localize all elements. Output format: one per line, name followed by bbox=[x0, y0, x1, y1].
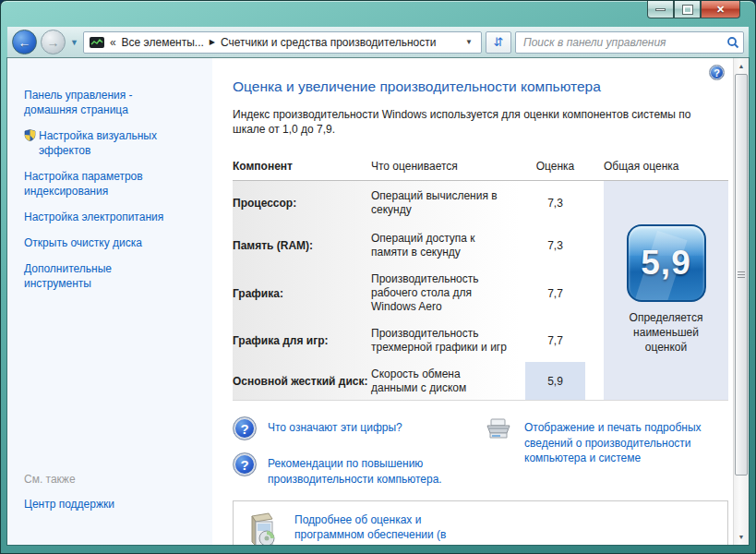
link-label[interactable]: Рекомендации по повышению производительн… bbox=[268, 452, 442, 486]
component-description: Операций доступа к памяти в секунду bbox=[371, 227, 525, 264]
sidebar-item-advanced-tools[interactable]: Дополнительные инструменты bbox=[24, 261, 203, 291]
scroll-up-button[interactable]: ▲ bbox=[734, 58, 749, 74]
thumb-grip-icon bbox=[738, 271, 745, 272]
component-name: Графика для игр: bbox=[233, 334, 371, 347]
main-content: ? Оценка и увеличение производительности… bbox=[212, 58, 733, 545]
search-box[interactable] bbox=[515, 31, 744, 54]
software-box-icon[interactable] bbox=[245, 511, 282, 545]
search-input[interactable] bbox=[523, 36, 726, 49]
maximize-icon bbox=[683, 6, 692, 14]
refresh-icon: ⇵ bbox=[494, 35, 504, 49]
component-score: 7,7 bbox=[525, 319, 585, 362]
table-header-row: Компонент Что оценивается Оценка Общая о… bbox=[233, 160, 728, 181]
breadcrumb-item-performance[interactable]: Счетчики и средства производительности bbox=[221, 36, 436, 49]
wei-score-table: Компонент Что оценивается Оценка Общая о… bbox=[233, 160, 728, 401]
column-header-what: Что оценивается bbox=[371, 160, 525, 173]
component-description: Скорость обмена данными с диском bbox=[371, 363, 525, 400]
question-icon[interactable]: ? bbox=[233, 452, 257, 476]
vertical-scrollbar[interactable]: ▲ ▼ bbox=[733, 58, 749, 545]
page-title: Оценка и увеличение производительности к… bbox=[233, 78, 724, 95]
online-info-box: Подробнее об оценках и программном обесп… bbox=[233, 500, 728, 545]
task-sidebar: Панель управления - домашняя страница На… bbox=[7, 58, 212, 545]
recent-pages-dropdown[interactable]: ▼ bbox=[69, 38, 79, 47]
component-name: Процессор: bbox=[233, 197, 371, 210]
sidebar-item-indexing-options[interactable]: Настройка параметров индексирования bbox=[24, 169, 203, 199]
forward-arrow-icon: → bbox=[47, 35, 60, 50]
link-performance-tips[interactable]: ? Рекомендации по повышению производител… bbox=[233, 452, 484, 486]
component-description: Операций вычисления в секунду bbox=[371, 185, 525, 222]
performance-page-icon bbox=[90, 37, 104, 48]
chevron-down-icon: ▼ bbox=[70, 38, 78, 47]
forward-button[interactable]: → bbox=[41, 30, 66, 54]
scrollbar-thumb[interactable] bbox=[735, 74, 748, 476]
thumb-grip-icon bbox=[738, 277, 745, 278]
sidebar-item-control-panel-home[interactable]: Панель управления - домашняя страница bbox=[24, 88, 203, 117]
component-score: 7,3 bbox=[525, 181, 585, 224]
base-score-value: 5,9 bbox=[641, 244, 690, 283]
address-bar[interactable]: « Все элементы... ▶ Счетчики и средства … bbox=[83, 31, 482, 54]
minimize-icon bbox=[655, 8, 666, 11]
breadcrumb-item-all-items[interactable]: Все элементы... bbox=[122, 36, 204, 49]
control-panel-window: ✕ ← → ▼ « Все элементы... ▶ Счетчики и с… bbox=[0, 0, 756, 554]
help-links-section: ? Что означают эти цифры? ? Рекомендации… bbox=[233, 416, 728, 486]
back-arrow-icon: ← bbox=[18, 35, 31, 50]
link-print-details[interactable]: Отображение и печать подробных сведений … bbox=[484, 416, 728, 465]
sidebar-spacer bbox=[24, 302, 203, 473]
link-label[interactable]: Отображение и печать подробных сведений … bbox=[524, 416, 702, 465]
component-description: Производительность трехмерной графики и … bbox=[371, 322, 525, 359]
sidebar-item-label: Настройка визуальных эффектов bbox=[39, 129, 157, 157]
sidebar-item-visual-effects[interactable]: Настройка визуальных эффектов bbox=[39, 128, 203, 158]
close-button[interactable]: ✕ bbox=[701, 1, 740, 18]
link-what-do-numbers-mean[interactable]: ? Что означают эти цифры? bbox=[233, 416, 484, 440]
maximize-button[interactable] bbox=[674, 1, 701, 18]
refresh-button[interactable]: ⇵ bbox=[486, 31, 511, 54]
back-button[interactable]: ← bbox=[12, 30, 37, 54]
help-icon[interactable]: ? bbox=[709, 65, 725, 80]
close-icon: ✕ bbox=[716, 4, 725, 16]
triangle-up-icon: ▲ bbox=[738, 63, 745, 69]
minimize-button[interactable] bbox=[647, 1, 674, 18]
printer-icon[interactable] bbox=[484, 416, 513, 446]
help-links-right-column: Отображение и печать подробных сведений … bbox=[484, 416, 728, 486]
overall-score-panel: 5,9 Определяется наименьшей оценкой bbox=[604, 181, 728, 400]
component-name: Основной жесткий диск: bbox=[233, 375, 371, 388]
sidebar-item-disk-cleanup[interactable]: Открыть очистку диска bbox=[24, 235, 203, 250]
wei-base-score-badge: 5,9 bbox=[627, 224, 706, 302]
triangle-down-icon: ▼ bbox=[738, 534, 745, 540]
question-icon[interactable]: ? bbox=[233, 416, 257, 440]
page-intro-text: Индекс производительности Windows исполь… bbox=[233, 107, 733, 137]
client-area: Панель управления - домашняя страница На… bbox=[7, 58, 749, 545]
table-body: Процессор: Операций вычисления в секунду… bbox=[233, 181, 728, 401]
navigation-toolbar: ← → ▼ « Все элементы... ▶ Счетчики и сре… bbox=[7, 27, 749, 58]
component-name: Память (RAM): bbox=[233, 239, 371, 252]
sidebar-item-power-settings[interactable]: Настройка электропитания bbox=[24, 210, 203, 224]
breadcrumb-collapse-chevron[interactable]: « bbox=[110, 36, 116, 49]
column-header-component: Компонент bbox=[233, 160, 371, 173]
help-links-left-column: ? Что означают эти цифры? ? Рекомендации… bbox=[233, 416, 484, 486]
component-score-lowest: 5,9 bbox=[525, 362, 585, 400]
sidebar-item-support-center[interactable]: Центр поддержки bbox=[24, 497, 203, 512]
window-controls: ✕ bbox=[647, 1, 740, 18]
link-online-score-info[interactable]: Подробнее об оценках и программном обесп… bbox=[294, 511, 446, 545]
component-name: Графика: bbox=[233, 287, 371, 300]
column-header-score: Оценка bbox=[525, 160, 585, 173]
component-score: 7,7 bbox=[525, 267, 585, 319]
component-description: Производительность рабочего стола для Wi… bbox=[371, 268, 525, 319]
uac-shield-icon bbox=[24, 129, 36, 141]
link-label[interactable]: Что означают эти цифры? bbox=[268, 416, 402, 435]
see-also-header: См. также bbox=[24, 473, 203, 486]
component-score: 7,3 bbox=[525, 224, 585, 267]
base-score-caption: Определяется наименьшей оценкой bbox=[630, 311, 703, 355]
address-dropdown-button[interactable]: ▼ bbox=[462, 38, 475, 46]
thumb-grip-icon bbox=[738, 274, 745, 275]
search-icon[interactable] bbox=[726, 36, 739, 49]
scroll-down-button[interactable]: ▼ bbox=[734, 529, 749, 545]
breadcrumb-separator-icon[interactable]: ▶ bbox=[210, 38, 215, 46]
column-header-overall: Общая оценка bbox=[604, 160, 728, 173]
